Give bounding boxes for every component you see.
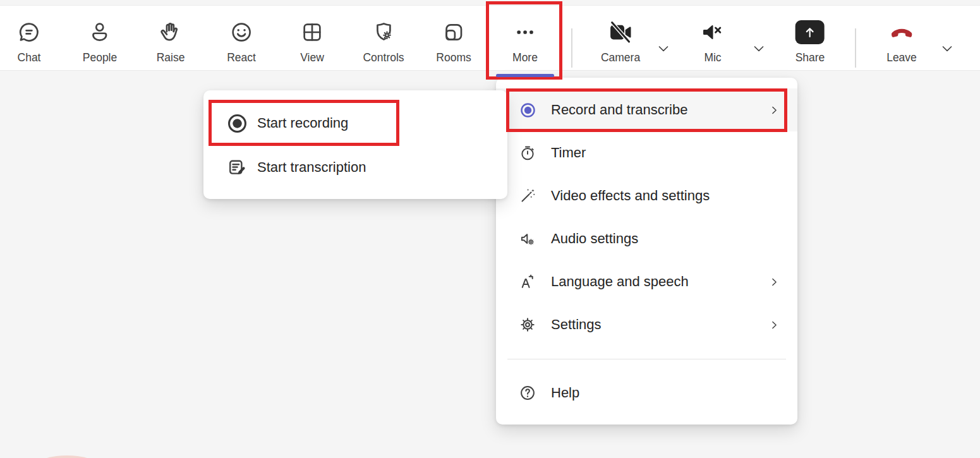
menu-item-timer[interactable]: Timer [496,131,797,174]
submenu-item-label: Start recording [257,115,348,131]
chevron-down-icon [940,41,955,56]
react-button[interactable]: React [227,18,256,64]
menu-item-label: Record and transcribe [551,102,687,118]
transcription-icon [226,157,248,178]
share-label: Share [795,52,825,64]
more-active-indicator [496,74,554,77]
leave-button[interactable]: Leave [886,18,917,64]
camera-off-icon [607,19,634,45]
record-and-transcribe-submenu: Start recording Start transcription [203,90,507,199]
camera-button[interactable]: Camera [601,18,640,64]
audio-settings-icon [519,230,536,248]
raise-label: Raise [157,52,185,64]
chevron-down-icon [656,41,671,56]
menu-item-audio-settings[interactable]: Audio settings [496,217,797,260]
chevron-right-icon [768,104,781,117]
leave-call-icon [887,20,916,45]
start-recording-icon [226,112,249,135]
rooms-button[interactable]: Rooms [436,18,471,64]
menu-divider [507,359,786,359]
controls-shield-icon [372,20,396,44]
submenu-item-label: Start transcription [257,159,366,176]
submenu-item-start-recording[interactable]: Start recording [203,104,507,142]
menu-item-label: Video effects and settings [551,188,710,204]
menu-item-label: Help [551,385,579,401]
raise-hand-icon [159,20,183,44]
chat-icon [17,20,41,44]
menu-item-language-and-speech[interactable]: Language and speech [496,260,797,303]
submenu-item-start-transcription[interactable]: Start transcription [203,148,507,186]
language-icon [519,273,536,291]
record-icon [519,101,537,119]
camera-options-chevron[interactable] [656,41,671,58]
toolbar-divider [855,28,856,68]
chevron-down-icon [751,41,766,56]
share-button[interactable]: Share [795,18,825,64]
controls-label: Controls [363,52,404,64]
video-effects-icon [519,187,536,205]
view-button[interactable]: View [300,18,324,64]
rooms-icon [442,20,466,44]
teams-meeting-screen: Chat People Raise [0,0,980,458]
controls-button[interactable]: Controls [363,18,404,64]
chat-button[interactable]: Chat [17,18,41,64]
help-icon [519,384,536,402]
menu-item-label: Audio settings [551,231,638,247]
people-icon [88,20,112,44]
menu-item-settings[interactable]: Settings [496,303,797,346]
leave-label: Leave [886,52,917,64]
menu-item-help[interactable]: Help [496,371,797,414]
mic-label: Mic [704,52,721,64]
menu-item-label: Settings [551,316,602,333]
raise-hand-button[interactable]: Raise [157,18,185,64]
chevron-right-icon [768,318,781,332]
people-button[interactable]: People [83,18,118,64]
people-label: People [83,52,118,64]
mic-muted-icon [700,20,725,45]
react-smiley-icon [229,20,253,44]
settings-gear-icon [519,316,536,334]
more-label: More [512,52,538,64]
meeting-toolbar: Chat People Raise [0,5,980,71]
view-label: View [300,52,324,64]
avatar-bubble-partial [39,455,95,458]
toolbar-divider [571,28,572,68]
share-arrow-icon [795,20,825,44]
menu-item-label: Language and speech [551,274,689,290]
chat-label: Chat [18,52,41,64]
view-grid-icon [300,20,324,44]
menu-item-video-effects[interactable]: Video effects and settings [496,174,797,217]
more-menu: Record and transcribe Timer Video effect… [496,78,797,425]
menu-item-record-and-transcribe[interactable]: Record and transcribe [496,88,797,131]
camera-label: Camera [601,52,640,64]
mic-options-chevron[interactable] [751,41,766,58]
timer-icon [519,144,536,162]
mic-button[interactable]: Mic [700,18,725,64]
react-label: React [227,52,256,64]
rooms-label: Rooms [436,52,471,64]
menu-item-label: Timer [551,145,586,161]
more-button[interactable]: More [512,18,538,64]
more-dots-icon [514,21,536,44]
leave-options-chevron[interactable] [940,41,955,58]
chevron-right-icon [768,275,781,289]
